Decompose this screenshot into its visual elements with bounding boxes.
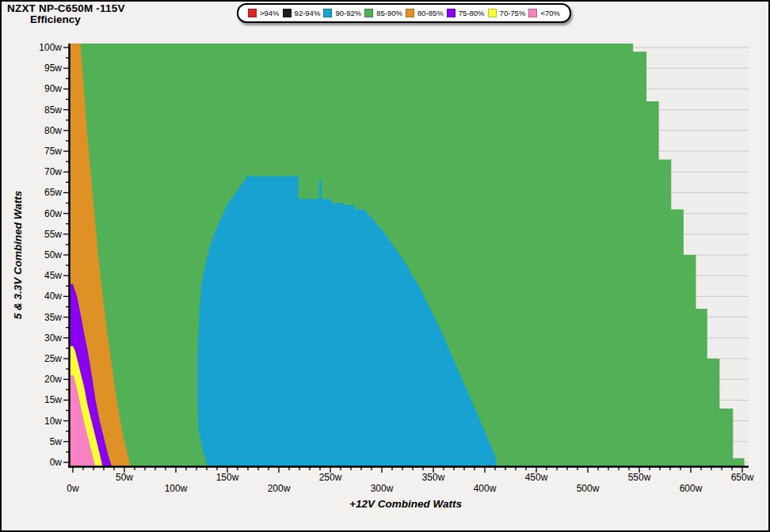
y-tick-label-80w: 80w bbox=[44, 125, 62, 136]
x-tick-label-100w: 100w bbox=[165, 483, 188, 494]
x-axis-title: +12V Combined Watts bbox=[349, 498, 462, 510]
y-tick-label-25w: 25w bbox=[44, 353, 62, 364]
y-tick-label-20w: 20w bbox=[44, 374, 62, 385]
x-tick-label-400w: 400w bbox=[474, 483, 497, 494]
x-tick-label-0w: 0w bbox=[67, 483, 79, 494]
y-tick-label-60w: 60w bbox=[44, 208, 62, 219]
y-tick-label-100w: 100w bbox=[39, 42, 62, 53]
y-axis-title: 5 & 3.3V Combined Watts bbox=[12, 190, 24, 319]
x-tick-label-500w: 500w bbox=[577, 483, 600, 494]
x-tick-label-300w: 300w bbox=[371, 483, 394, 494]
y-tick-label-50w: 50w bbox=[44, 249, 62, 260]
efficiency-map-canvas: 0w50w100w150w200w250w300w350w400w450w500… bbox=[0, 0, 770, 532]
x-tick-label-350w: 350w bbox=[422, 472, 445, 483]
y-tick-label-45w: 45w bbox=[44, 270, 62, 281]
y-tick-label-35w: 35w bbox=[44, 312, 62, 323]
y-tick-label-65w: 65w bbox=[44, 187, 62, 198]
y-tick-label-70w: 70w bbox=[44, 166, 62, 177]
y-tick-label-90w: 90w bbox=[44, 83, 62, 94]
y-tick-label-0w: 0w bbox=[50, 457, 63, 468]
x-tick-label-250w: 250w bbox=[319, 472, 342, 483]
report-frame: NZXT NP-C650M -115V Efficiency >94%92-94… bbox=[0, 0, 770, 532]
x-tick-label-200w: 200w bbox=[268, 483, 291, 494]
y-tick-label-15w: 15w bbox=[44, 394, 62, 405]
efficiency-regions bbox=[69, 41, 745, 468]
x-tick-label-150w: 150w bbox=[216, 472, 239, 483]
y-tick-label-75w: 75w bbox=[44, 146, 62, 157]
y-tick-label-5w: 5w bbox=[50, 436, 63, 447]
y-tick-label-10w: 10w bbox=[44, 416, 62, 427]
y-tick-label-55w: 55w bbox=[44, 229, 62, 240]
x-tick-label-650w: 650w bbox=[731, 472, 754, 483]
y-tick-label-30w: 30w bbox=[44, 332, 62, 344]
x-tick-label-600w: 600w bbox=[680, 483, 703, 494]
y-tick-label-95w: 95w bbox=[44, 63, 62, 74]
y-tick-label-85w: 85w bbox=[44, 104, 62, 116]
y-tick-label-40w: 40w bbox=[44, 291, 62, 302]
x-tick-label-50w: 50w bbox=[116, 472, 133, 483]
x-tick-label-550w: 550w bbox=[628, 472, 651, 483]
x-tick-label-450w: 450w bbox=[525, 472, 548, 483]
